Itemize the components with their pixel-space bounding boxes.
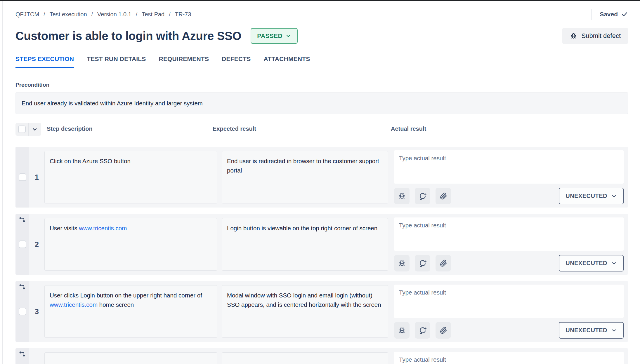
actual-result-input[interactable] bbox=[394, 285, 624, 318]
step-description-cell[interactable]: User visits www.tricentis.com bbox=[44, 218, 217, 271]
step-description-link[interactable]: www.tricentis.com bbox=[79, 225, 127, 231]
step-add-comment-button[interactable] bbox=[415, 188, 430, 204]
actual-result-column: UNEXECUTED bbox=[394, 217, 624, 275]
step-status-dropdown[interactable]: UNEXECUTED bbox=[559, 322, 624, 339]
select-all-group bbox=[15, 123, 41, 136]
tab-defects[interactable]: DEFECTS bbox=[222, 55, 251, 68]
column-step-description: Step description bbox=[47, 126, 93, 132]
step-description-cell[interactable]: User clicks Login button on the upper ri… bbox=[44, 285, 217, 338]
expected-result-cell[interactable] bbox=[222, 352, 388, 364]
step-description-link[interactable]: www.tricentis.com bbox=[50, 301, 98, 308]
breadcrumb-separator: / bbox=[169, 11, 171, 18]
subtree-icon-svg bbox=[19, 283, 26, 291]
tab-test-run-details[interactable]: TEST RUN DETAILS bbox=[87, 55, 146, 68]
step-add-comment-button[interactable] bbox=[415, 255, 430, 271]
expected-result-text: Login button is viewable on the top righ… bbox=[227, 224, 383, 233]
step-description-text: User clicks Login button on the upper ri… bbox=[50, 291, 212, 309]
breadcrumb-version[interactable]: Version 1.0.1 bbox=[97, 11, 131, 18]
expected-result-cell[interactable]: Login button is viewable on the top righ… bbox=[222, 218, 388, 271]
breadcrumb-test-pad[interactable]: Test Pad bbox=[142, 11, 164, 18]
window-top-bar bbox=[0, 0, 640, 1]
precondition-text: End user already is validated within Azu… bbox=[22, 100, 203, 107]
subtree-icon-svg bbox=[19, 350, 26, 358]
step-status-dropdown[interactable]: UNEXECUTED bbox=[559, 255, 624, 271]
step-description-text: Click on the Azure SSO button bbox=[50, 156, 212, 166]
step-attach-file-button[interactable] bbox=[436, 188, 451, 204]
test-run-page: QFJTCM / Test execution / Version 1.0.1 … bbox=[15, 1, 628, 364]
step-submit-defect-button[interactable] bbox=[394, 322, 410, 339]
expected-result-text: Modal window with SSO login and email lo… bbox=[227, 291, 383, 309]
step-number: 1 bbox=[29, 147, 44, 208]
step-actions: UNEXECUTED bbox=[394, 188, 624, 204]
step-number: 2 bbox=[29, 214, 44, 275]
breadcrumb-separator: / bbox=[91, 11, 93, 18]
submit-defect-button[interactable]: Submit defect bbox=[562, 28, 628, 44]
step-checkbox[interactable] bbox=[19, 173, 26, 181]
expected-result-text: End user is redirected in browser to the… bbox=[227, 156, 383, 175]
select-menu-chevron-button[interactable] bbox=[29, 126, 41, 132]
header-underline bbox=[45, 139, 628, 139]
bug-icon bbox=[398, 259, 406, 267]
subtree-icon bbox=[19, 216, 26, 224]
select-all-checkbox[interactable] bbox=[18, 126, 26, 133]
precondition-label: Precondition bbox=[15, 82, 628, 88]
step-status-label: UNEXECUTED bbox=[566, 193, 607, 199]
tab-requirements[interactable]: REQUIREMENTS bbox=[159, 55, 209, 68]
step-description-cell[interactable] bbox=[44, 352, 217, 364]
attachment-icon bbox=[439, 192, 448, 200]
breadcrumb-separator: / bbox=[44, 11, 45, 18]
step-checkbox[interactable] bbox=[19, 241, 26, 248]
chevron-down-icon bbox=[611, 328, 617, 333]
breadcrumb-test-run-key[interactable]: TR-73 bbox=[175, 11, 191, 18]
expected-result-cell[interactable]: Modal window with SSO login and email lo… bbox=[222, 285, 388, 338]
step-attach-file-button[interactable] bbox=[436, 322, 451, 339]
step-row: 1 Click on the Azure SSO button End user… bbox=[15, 147, 628, 208]
step-submit-defect-button[interactable] bbox=[394, 188, 410, 204]
step-actions: UNEXECUTED bbox=[394, 322, 624, 339]
expected-result-cell[interactable]: End user is redirected in browser to the… bbox=[222, 151, 388, 203]
steps-table-header: Step description Expected result Actual … bbox=[15, 123, 628, 140]
column-expected-result: Expected result bbox=[213, 126, 256, 132]
step-submit-defect-button[interactable] bbox=[394, 255, 410, 271]
actual-result-input[interactable] bbox=[394, 150, 624, 184]
step-row: 4 bbox=[15, 348, 628, 364]
step-number: 3 bbox=[29, 281, 44, 342]
step-attach-file-button[interactable] bbox=[436, 255, 451, 271]
step-checkbox[interactable] bbox=[19, 308, 26, 315]
breadcrumb-test-execution[interactable]: Test execution bbox=[50, 11, 87, 18]
step-status-label: UNEXECUTED bbox=[566, 327, 607, 334]
chevron-down-icon bbox=[32, 126, 38, 132]
row-strip bbox=[15, 214, 29, 275]
bug-icon bbox=[570, 32, 577, 40]
step-description-cell[interactable]: Click on the Azure SSO button bbox=[44, 151, 217, 203]
step-status-dropdown[interactable]: UNEXECUTED bbox=[559, 188, 624, 204]
tab-attachments[interactable]: ATTACHMENTS bbox=[264, 55, 310, 68]
step-add-comment-button[interactable] bbox=[415, 322, 430, 339]
attachment-icon bbox=[439, 259, 448, 267]
bug-icon bbox=[398, 192, 406, 200]
attachment-icon bbox=[439, 326, 448, 335]
actual-result-column: UNEXECUTED bbox=[394, 285, 624, 342]
actual-result-input[interactable] bbox=[394, 352, 624, 364]
test-status-dropdown[interactable]: PASSED bbox=[251, 28, 298, 44]
submit-defect-label: Submit defect bbox=[581, 32, 621, 40]
save-status-label: Saved bbox=[600, 11, 618, 18]
subtree-icon bbox=[19, 350, 26, 358]
chevron-down-icon bbox=[611, 260, 617, 266]
bug-icon bbox=[398, 326, 406, 335]
chevron-down-icon bbox=[611, 193, 617, 199]
actual-result-column: UNEXECUTED bbox=[394, 352, 624, 364]
breadcrumb-project[interactable]: QFJTCM bbox=[15, 11, 39, 18]
tab-steps-execution[interactable]: STEPS EXECUTION bbox=[15, 55, 74, 68]
precondition-box[interactable]: End user already is validated within Azu… bbox=[15, 92, 628, 114]
row-strip bbox=[15, 147, 29, 208]
chevron-down-icon bbox=[285, 33, 291, 39]
column-actual-result: Actual result bbox=[391, 126, 426, 132]
page-title: Customer is able to login with Azure SSO bbox=[15, 29, 241, 43]
title-row: Customer is able to login with Azure SSO… bbox=[15, 27, 628, 44]
save-status: Saved bbox=[592, 9, 628, 20]
row-strip bbox=[15, 281, 29, 342]
subtree-icon bbox=[19, 283, 26, 291]
tab-bar: STEPS EXECUTION TEST RUN DETAILS REQUIRE… bbox=[15, 55, 628, 68]
actual-result-input[interactable] bbox=[394, 217, 624, 251]
